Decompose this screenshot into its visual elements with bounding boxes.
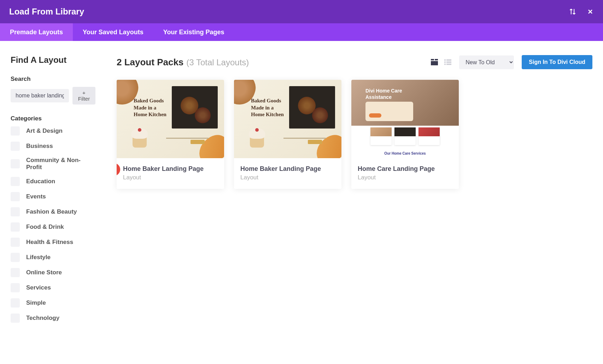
right-controls: New To Old Sign In To Divi Cloud — [431, 55, 592, 69]
layout-card[interactable]: Baked Goods Made in a Home Kitchen Home … — [117, 80, 224, 189]
card-body: Home Baker Landing Page Layout — [117, 158, 224, 189]
category-label: Services — [26, 284, 51, 291]
category-label: Business — [26, 143, 53, 150]
category-item[interactable]: Food & Drink — [11, 222, 95, 232]
view-toggles — [431, 59, 451, 65]
tab-existing-pages[interactable]: Your Existing Pages — [153, 23, 234, 41]
category-label: Events — [26, 193, 46, 200]
category-item[interactable]: Education — [11, 177, 95, 186]
search-label: Search — [11, 76, 95, 83]
categories-list: Art & Design Business Community & Non-Pr… — [11, 126, 95, 323]
category-label: Community & Non-Profit — [26, 157, 95, 171]
checkbox[interactable] — [11, 283, 20, 292]
category-label: Lifestyle — [26, 254, 51, 261]
main: Find A Layout Search + Filter Categories… — [0, 41, 603, 333]
checkbox[interactable] — [11, 207, 20, 216]
checkbox[interactable] — [11, 177, 20, 186]
filter-button[interactable]: + Filter — [72, 87, 95, 105]
svg-rect-0 — [431, 59, 434, 60]
category-label: Technology — [26, 315, 59, 322]
svg-rect-1 — [435, 59, 438, 60]
card-thumbnail: Baked Goods Made in a Home Kitchen — [117, 80, 224, 158]
category-item[interactable]: Health & Fitness — [11, 238, 95, 247]
sidebar-heading: Find A Layout — [11, 55, 95, 65]
category-item[interactable]: Business — [11, 142, 95, 151]
category-item[interactable]: Community & Non-Profit — [11, 157, 95, 171]
card-type: Layout — [123, 174, 218, 181]
tab-premade-layouts[interactable]: Premade Layouts — [0, 23, 73, 41]
svg-rect-5 — [444, 61, 446, 63]
signin-button[interactable]: Sign In To Divi Cloud — [522, 55, 592, 69]
category-label: Online Store — [26, 269, 62, 276]
category-label: Food & Drink — [26, 223, 64, 231]
checkbox[interactable] — [11, 238, 20, 247]
checkbox[interactable] — [11, 314, 20, 323]
svg-rect-7 — [444, 64, 446, 65]
category-item[interactable]: Lifestyle — [11, 253, 95, 262]
card-title: Home Baker Landing Page — [240, 165, 335, 173]
card-thumbnail: Baked Goods Made in a Home Kitchen — [234, 80, 341, 158]
checkbox[interactable] — [11, 268, 20, 277]
main-title: 2 Layout Packs — [117, 57, 183, 68]
category-item[interactable]: Online Store — [11, 268, 95, 277]
checkbox[interactable] — [11, 253, 20, 262]
svg-rect-8 — [446, 64, 451, 65]
content-header: 2 Layout Packs (3 Total Layouts) — [117, 55, 592, 69]
svg-rect-2 — [431, 61, 438, 65]
list-view-icon[interactable] — [444, 59, 451, 65]
layout-card[interactable]: Baked Goods Made in a Home Kitchen Home … — [234, 80, 341, 189]
card-title: Home Care Landing Page — [358, 165, 452, 173]
card-body: Home Care Landing Page Layout — [351, 158, 459, 189]
close-icon[interactable] — [587, 8, 594, 15]
tab-saved-layouts[interactable]: Your Saved Layouts — [73, 23, 153, 41]
category-item[interactable]: Simple — [11, 298, 95, 308]
category-item[interactable]: Services — [11, 283, 95, 292]
sort-arrows-icon[interactable] — [569, 8, 576, 15]
sidebar: Find A Layout Search + Filter Categories… — [0, 41, 106, 333]
category-label: Simple — [26, 299, 46, 306]
header-actions — [569, 8, 594, 15]
svg-rect-4 — [446, 59, 451, 61]
title-block: 2 Layout Packs (3 Total Layouts) — [117, 57, 249, 68]
checkbox[interactable] — [11, 192, 20, 201]
checkbox[interactable] — [11, 142, 20, 151]
content: 2 Layout Packs (3 Total Layouts) — [106, 41, 603, 333]
category-item[interactable]: Art & Design — [11, 126, 95, 136]
svg-rect-6 — [446, 61, 451, 63]
layout-card[interactable]: Divi Home Care Assistance Our Home Care … — [351, 80, 459, 189]
category-label: Art & Design — [26, 127, 63, 135]
sort-select[interactable]: New To Old — [459, 55, 514, 69]
header: Load From Library — [0, 0, 603, 23]
header-title: Load From Library — [9, 7, 84, 17]
search-row: + Filter — [11, 87, 95, 105]
categories-label: Categories — [11, 115, 95, 122]
checkbox[interactable] — [11, 222, 20, 232]
card-title: Home Baker Landing Page — [123, 165, 218, 173]
cards-grid: Baked Goods Made in a Home Kitchen Home … — [117, 80, 592, 189]
checkbox[interactable] — [11, 159, 20, 168]
card-thumbnail: Divi Home Care Assistance Our Home Care … — [351, 80, 459, 158]
category-item[interactable]: Events — [11, 192, 95, 201]
tabs: Premade Layouts Your Saved Layouts Your … — [0, 23, 603, 41]
category-label: Fashion & Beauty — [26, 208, 77, 215]
card-type: Layout — [240, 174, 335, 181]
category-item[interactable]: Fashion & Beauty — [11, 207, 95, 216]
checkbox[interactable] — [11, 298, 20, 308]
grid-view-icon[interactable] — [431, 59, 438, 65]
category-label: Education — [26, 178, 55, 185]
category-label: Health & Fitness — [26, 239, 73, 246]
card-type: Layout — [358, 174, 452, 181]
checkbox[interactable] — [11, 126, 20, 136]
card-body: Home Baker Landing Page Layout — [234, 158, 341, 189]
category-item[interactable]: Technology — [11, 314, 95, 323]
svg-rect-3 — [444, 59, 446, 61]
sub-title: (3 Total Layouts) — [186, 58, 249, 67]
search-input[interactable] — [11, 89, 69, 102]
